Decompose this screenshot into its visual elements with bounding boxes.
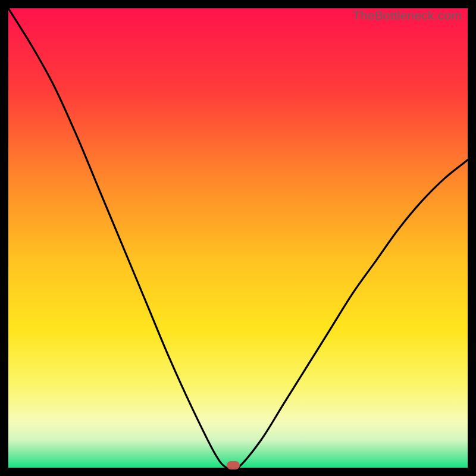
- minimum-marker: [227, 461, 240, 469]
- watermark-text: TheBottleneck.com: [353, 8, 462, 23]
- svg-rect-0: [8, 8, 468, 468]
- gradient-background: [8, 8, 468, 468]
- chart-frame: TheBottleneck.com: [8, 8, 468, 468]
